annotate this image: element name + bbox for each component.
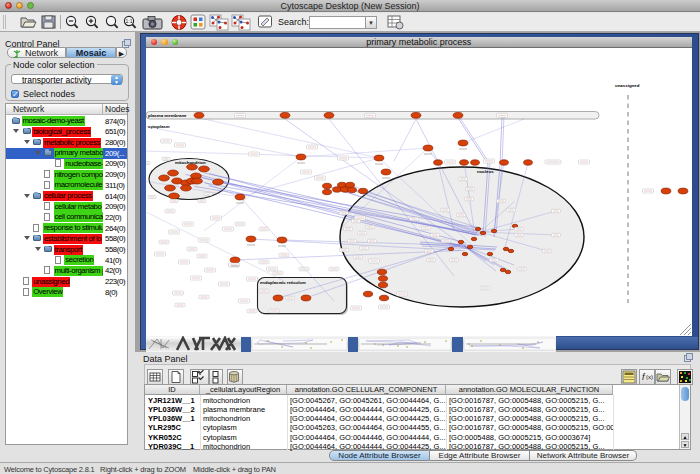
svg-text:unassigned: unassigned bbox=[615, 83, 640, 88]
svg-text:1:1: 1:1 bbox=[126, 18, 133, 24]
svg-text:(x): (x) bbox=[646, 374, 653, 380]
svg-text:mitochondrion: mitochondrion bbox=[175, 160, 206, 165]
svg-text:endoplasmic reticulum: endoplasmic reticulum bbox=[260, 280, 306, 285]
svg-text:nucleus: nucleus bbox=[477, 169, 494, 174]
svg-text:plasma membrane: plasma membrane bbox=[148, 113, 187, 118]
svg-text:cytoplasm: cytoplasm bbox=[148, 124, 170, 129]
